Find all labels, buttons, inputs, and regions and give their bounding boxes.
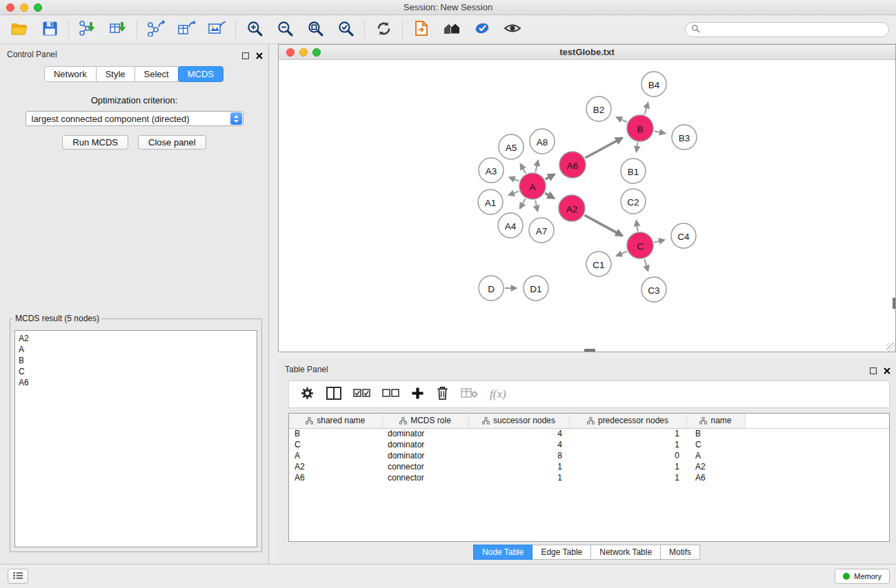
table-row[interactable]: A2connector11A2 <box>289 461 889 472</box>
tab-edge-table[interactable]: Edge Table <box>532 545 591 560</box>
refresh-view-button[interactable] <box>368 17 399 42</box>
edge-A-A7[interactable] <box>535 201 537 212</box>
save-session-button[interactable] <box>34 17 65 42</box>
column-header-mcds-role[interactable]: MCDS role <box>382 414 468 428</box>
tab-motifs[interactable]: Motifs <box>660 545 700 560</box>
close-panel-icon[interactable] <box>256 50 263 62</box>
node-C2[interactable]: C2 <box>621 189 646 214</box>
edge-B-B4[interactable] <box>644 103 648 114</box>
close-panel-icon[interactable] <box>884 365 890 377</box>
node-C4[interactable]: C4 <box>671 223 696 248</box>
table-row[interactable]: Cdominator41C <box>289 439 889 450</box>
open-session-button[interactable] <box>4 17 34 42</box>
table-row[interactable]: A6connector11A6 <box>289 472 889 483</box>
zoom-in-button[interactable] <box>239 17 270 42</box>
node-A3[interactable]: A3 <box>479 158 504 183</box>
memory-button[interactable]: Memory <box>835 569 890 584</box>
node-B3[interactable]: B3 <box>672 125 697 150</box>
close-panel-button[interactable]: Close panel <box>138 135 206 150</box>
edge-A-A8[interactable] <box>535 160 538 172</box>
node-A2[interactable]: A2 <box>559 195 585 221</box>
mcds-result-list[interactable]: A2ABCA6 <box>14 330 257 547</box>
node-A1[interactable]: A1 <box>478 190 503 214</box>
open-document-button[interactable] <box>406 17 437 42</box>
table-row[interactable]: Bdominator41B <box>289 428 889 439</box>
float-panel-icon[interactable] <box>870 365 877 377</box>
column-header-shared-name[interactable]: shared name <box>289 414 382 428</box>
horizontal-scroll-indicator[interactable] <box>584 349 595 352</box>
column-header-predecessor-nodes[interactable]: predecessor nodes <box>569 414 686 428</box>
edge-A-A5[interactable] <box>520 164 526 174</box>
edge-A2-C[interactable] <box>584 215 622 236</box>
table-row[interactable]: Adominator80A <box>289 450 889 461</box>
column-header-name[interactable]: name <box>686 414 745 428</box>
zoom-out-button[interactable] <box>270 17 300 42</box>
tab-network-table[interactable]: Network Table <box>590 545 661 560</box>
node-B4[interactable]: B4 <box>641 72 666 97</box>
node-B1[interactable]: B1 <box>621 159 646 183</box>
node-D[interactable]: D <box>479 276 504 301</box>
float-panel-icon[interactable] <box>242 50 249 62</box>
column-header-successor-nodes[interactable]: successor nodes <box>468 414 569 428</box>
edge-A-A4[interactable] <box>520 199 526 208</box>
show-panels-button[interactable] <box>8 569 28 584</box>
node-D1[interactable]: D1 <box>524 276 548 301</box>
node-C3[interactable]: C3 <box>641 277 666 302</box>
mcds-result-item[interactable]: C <box>15 366 257 377</box>
deselect-all-button[interactable] <box>382 388 399 401</box>
mcds-result-item[interactable]: A2 <box>15 333 257 344</box>
vertical-scroll-indicator[interactable] <box>893 298 895 309</box>
resize-grip[interactable] <box>886 343 895 352</box>
edge-C-C1[interactable] <box>617 252 627 256</box>
zoom-selected-button[interactable] <box>330 17 361 42</box>
home-button[interactable] <box>437 17 467 42</box>
edge-A-A6[interactable] <box>546 174 555 179</box>
search-input[interactable] <box>704 24 883 34</box>
mcds-result-item[interactable]: A6 <box>15 377 257 388</box>
mcds-result-item[interactable]: A <box>15 344 257 355</box>
select-all-button[interactable] <box>353 388 370 401</box>
tab-network[interactable]: Network <box>44 66 97 82</box>
node-C[interactable]: C <box>627 232 653 258</box>
node-B[interactable]: B <box>627 115 653 141</box>
show-columns-button[interactable] <box>326 387 341 403</box>
import-table-button[interactable] <box>103 17 133 42</box>
edge-B-B2[interactable] <box>616 117 627 122</box>
network-canvas[interactable]: B4B2BB3A5A8A6B1A3AC2A1A2A4A7C4CC1C3DD1 <box>279 60 895 352</box>
delete-table-button[interactable] <box>461 387 478 401</box>
edge-C-C3[interactable] <box>644 259 648 271</box>
node-A7[interactable]: A7 <box>529 218 554 243</box>
edge-A-A2[interactable] <box>545 193 554 199</box>
tab-node-table[interactable]: Node Table <box>473 545 533 560</box>
edge-B-B3[interactable] <box>655 131 666 133</box>
optimization-criterion-dropdown[interactable]: largest connected component (directed) <box>26 111 243 126</box>
delete-column-button[interactable] <box>436 385 449 403</box>
tab-style[interactable]: Style <box>96 66 135 82</box>
tab-select[interactable]: Select <box>135 66 179 82</box>
tab-mcds[interactable]: MCDS <box>178 66 223 82</box>
edge-A6-B[interactable] <box>586 138 623 158</box>
function-builder-button[interactable]: f(x) <box>490 387 506 401</box>
add-column-button[interactable] <box>411 387 424 403</box>
mcds-result-item[interactable]: B <box>15 355 257 366</box>
node-A8[interactable]: A8 <box>530 129 555 154</box>
import-network-button[interactable] <box>72 17 103 42</box>
node-A5[interactable]: A5 <box>499 134 524 159</box>
edge-A-A3[interactable] <box>509 177 519 181</box>
edge-A-A1[interactable] <box>508 191 519 195</box>
node-A4[interactable]: A4 <box>498 213 523 238</box>
network-window-titlebar[interactable]: testGlobe.txt <box>279 45 895 60</box>
node-A[interactable]: A <box>519 173 546 199</box>
node-C1[interactable]: C1 <box>586 252 611 276</box>
node-B2[interactable]: B2 <box>586 97 611 121</box>
run-mcds-button[interactable]: Run MCDS <box>62 135 128 150</box>
show-hide-button[interactable] <box>497 17 528 42</box>
edge-C-C2[interactable] <box>636 221 638 232</box>
export-table-button[interactable] <box>171 17 201 42</box>
export-network-button[interactable] <box>141 17 171 42</box>
table-settings-button[interactable] <box>300 386 315 403</box>
apply-style-button[interactable] <box>467 17 497 42</box>
export-image-button[interactable] <box>201 17 232 42</box>
edge-B-B1[interactable] <box>637 143 638 152</box>
zoom-fit-button[interactable] <box>300 17 330 42</box>
